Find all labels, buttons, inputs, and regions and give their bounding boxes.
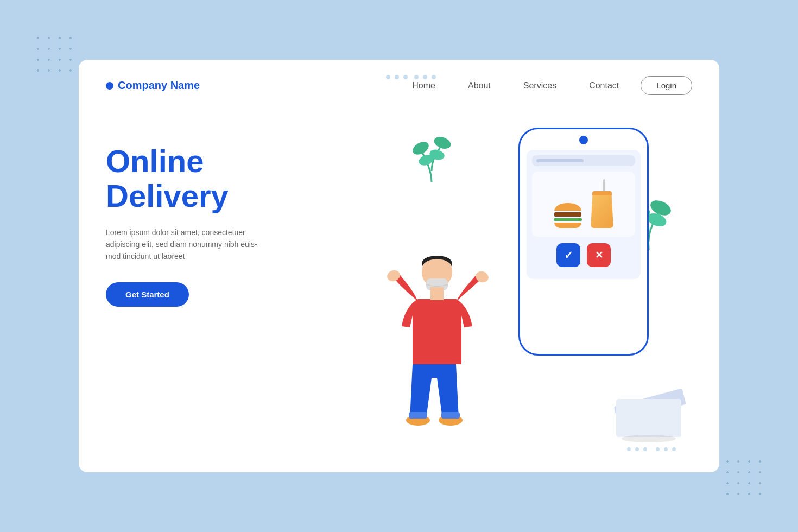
get-started-button[interactable]: Get Started bbox=[106, 282, 189, 307]
burger-bun-bottom bbox=[554, 223, 581, 228]
confirm-button[interactable] bbox=[556, 243, 580, 267]
nav-home[interactable]: Home bbox=[412, 81, 435, 91]
drink-cup-top bbox=[592, 191, 612, 195]
person-illustration bbox=[366, 239, 497, 448]
hero-left: Online Delivery Lorem ipsum dolor sit am… bbox=[106, 122, 312, 307]
company-name: Company Name bbox=[118, 79, 200, 92]
drink-icon bbox=[591, 179, 613, 228]
phone-food-area bbox=[532, 172, 635, 237]
burger-lettuce bbox=[554, 218, 582, 221]
cancel-button[interactable] bbox=[587, 243, 611, 267]
nav-contact[interactable]: Contact bbox=[589, 81, 619, 91]
svg-point-0 bbox=[410, 139, 431, 157]
hero-illustration bbox=[312, 122, 692, 470]
svg-rect-16 bbox=[441, 412, 460, 419]
nav-services[interactable]: Services bbox=[523, 81, 556, 91]
box-body bbox=[616, 399, 681, 437]
hero-section: Online Delivery Lorem ipsum dolor sit am… bbox=[79, 111, 719, 470]
plant-left-decoration bbox=[410, 122, 453, 189]
phone-screen bbox=[527, 150, 641, 279]
phone-actions bbox=[532, 237, 635, 274]
hero-title: Online Delivery bbox=[106, 144, 312, 213]
box-shadow bbox=[622, 435, 676, 442]
burger-bun-top bbox=[554, 203, 581, 211]
phone-notch bbox=[579, 136, 588, 144]
nav-about[interactable]: About bbox=[468, 81, 491, 91]
svg-point-1 bbox=[433, 135, 453, 151]
svg-rect-15 bbox=[409, 412, 427, 419]
phone-illustration bbox=[518, 128, 649, 356]
logo[interactable]: Company Name bbox=[106, 79, 200, 92]
logo-dot-icon bbox=[106, 82, 113, 90]
drink-cup-body bbox=[591, 195, 613, 228]
box-open bbox=[616, 388, 681, 437]
drink-straw bbox=[603, 179, 605, 192]
burger-icon bbox=[554, 203, 582, 228]
main-card: Company Name Home About Services Contact… bbox=[79, 60, 719, 472]
delivery-box bbox=[616, 388, 681, 437]
nav-links: Home About Services Contact bbox=[412, 81, 619, 91]
navbar: Company Name Home About Services Contact… bbox=[79, 60, 719, 111]
login-button[interactable]: Login bbox=[641, 76, 692, 95]
burger-patty bbox=[554, 212, 581, 217]
hero-description: Lorem ipsum dolor sit amet, consectetuer… bbox=[106, 226, 269, 263]
phone-search-bar bbox=[532, 155, 635, 166]
svg-rect-10 bbox=[430, 287, 444, 300]
